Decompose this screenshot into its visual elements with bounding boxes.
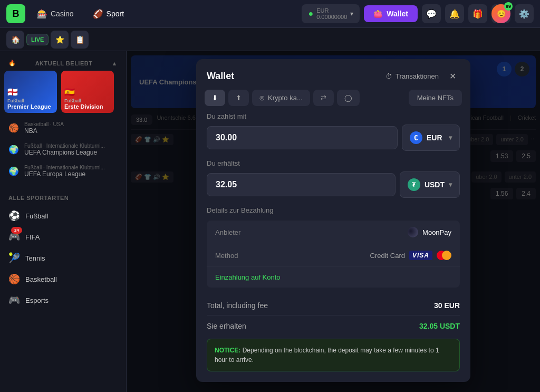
gear-button[interactable]: ⚙️ (515, 4, 534, 23)
mc-right-circle (442, 251, 451, 260)
receive-currency-select[interactable]: ₮ USDT ▾ (400, 171, 460, 198)
tab-crypto[interactable]: ◎ Krypto ka... (252, 90, 310, 106)
nft-label: Meine NFTs (417, 94, 454, 102)
all-sports-header: ALLE SPORTARTEN (0, 190, 126, 205)
konto-row[interactable]: Einzahlung auf Konto (207, 267, 460, 288)
division-flag: 🇪🇸 (64, 87, 111, 97)
avatar-btn[interactable]: 99 😊 (491, 4, 510, 23)
tab-withdraw[interactable]: ⬆ (228, 90, 249, 106)
league-item-uel[interactable]: 🌍 Fußball · Internationale Klubturni... … (0, 160, 126, 182)
eur-currency-icon: € (410, 131, 422, 144)
esports-label: Esports (25, 297, 49, 304)
sidebar-item-basketball[interactable]: 🏀 Basketball (0, 269, 126, 290)
gift-button[interactable]: 🎁 (468, 4, 487, 23)
fifa-icon: 🎮24 (8, 231, 20, 243)
home-btn[interactable]: 🏠 (6, 31, 24, 49)
hot-icon: 🔥 (8, 60, 16, 66)
all-sports-section: ALLE SPORTARTEN ⚽ Fußball 🎮24 FIFA 🎾 Ten… (0, 186, 126, 315)
pay-currency-label: EUR (427, 133, 442, 142)
modal-close-button[interactable]: ✕ (445, 69, 460, 83)
tab-nft[interactable]: Meine NFTs (409, 90, 462, 106)
sie-erhalten-row: Sie erhalten 32.05 USDT (207, 320, 460, 339)
fussball-icon: ⚽ (8, 210, 20, 222)
total-value: 30 EUR (434, 301, 460, 310)
eur-icon: ● (308, 9, 313, 18)
receive-amount-input[interactable] (207, 173, 396, 196)
crypto-icon: ◎ (259, 94, 265, 101)
gift-icon: 🎁 (472, 9, 483, 19)
usdt-currency-icon: ₮ (408, 178, 420, 191)
modal-title: Wallet (207, 71, 234, 82)
basketball-icon: 🏀 (8, 273, 20, 285)
method-row: Method Credit Card VISA (207, 244, 460, 267)
league-item-ucl[interactable]: 🌍 Fußball · Internationale Klubturni... … (0, 139, 126, 160)
history-btn[interactable]: 📋 (71, 31, 89, 49)
receive-currency-label: USDT (425, 180, 445, 189)
tennis-label: Tennis (25, 254, 45, 262)
pay-currency-select[interactable]: € EUR ▾ (402, 125, 460, 151)
sport-cards-container: 🏴󠁧󠁢󠁥󠁮󠁧󠁿 Fußball Premier League 🇪🇸 Fußbal… (0, 71, 126, 117)
casino-nav-btn[interactable]: 🎰 Casino (30, 5, 81, 23)
eur-chevron-icon: ▾ (350, 10, 353, 17)
sport-label: Sport (107, 9, 124, 18)
wallet-icon: 👛 (373, 9, 382, 18)
all-sports-label: ALLE SPORTARTEN (8, 195, 69, 201)
notification-badge: 99 (504, 2, 513, 11)
withdraw-icon: ⬆ (236, 94, 242, 102)
favorites-btn[interactable]: ⭐ (51, 31, 69, 49)
casino-label: Casino (51, 9, 74, 18)
premier-main-label: Premier League (7, 103, 54, 110)
sie-erhalten-value: 32.05 USDT (419, 322, 460, 330)
sie-erhalten-label: Sie erhalten (207, 322, 246, 330)
league-item-nba[interactable]: 🏀 Basketball · USA NBA (0, 117, 126, 139)
transfer-icon: ⇄ (321, 94, 326, 102)
tab-transfer[interactable]: ⇄ (313, 90, 334, 106)
basketball-league-icon: 🏀 (8, 123, 19, 133)
sport-nav-btn[interactable]: 🏈 Sport (85, 5, 131, 23)
provider-row: Anbieter MoonPay (207, 221, 460, 244)
sidebar-item-esports[interactable]: 🎮 Esports (0, 290, 126, 311)
notice-bold: NOTICE: (215, 347, 240, 354)
division-top-label: Fußball (64, 98, 111, 103)
sidebar-item-fifa[interactable]: 🎮24 FIFA (0, 226, 126, 247)
league-name-nba: NBA (24, 127, 64, 135)
crypto-label: Krypto ka... (268, 94, 303, 102)
sport-icon: 🏈 (93, 9, 103, 19)
notice-text: Depending on the blockchain, the deposit… (215, 347, 439, 364)
gear-icon: ⚙️ (519, 9, 529, 19)
sport-card-division[interactable]: 🇪🇸 Fußball Erste Division (61, 71, 114, 113)
sidebar-item-fussball[interactable]: ⚽ Fußball (0, 205, 126, 226)
history-icon: 📋 (75, 35, 84, 44)
sidebar-item-tennis[interactable]: 🎾 Tennis (0, 247, 126, 269)
moonpay-dot-icon (408, 227, 418, 237)
top-navigation: B 🎰 Casino 🏈 Sport ● EUR 0.00000000 ▾ 👛 … (0, 0, 540, 28)
pay-amount-input[interactable] (207, 126, 398, 149)
bell-icon: 🔔 (449, 9, 460, 19)
league-top-uel: Fußball · Internationale Klubturni... (24, 165, 105, 170)
sport-card-premier[interactable]: 🏴󠁧󠁢󠁥󠁮󠁧󠁿 Fußball Premier League (4, 71, 57, 113)
casino-icon: 🎰 (37, 9, 47, 19)
receive-label: Du erhältst (207, 159, 460, 167)
live-badge[interactable]: LIVE (26, 34, 49, 45)
modal-body: Du zahlst mit € EUR ▾ Du erhältst ₮ USDT (196, 112, 470, 382)
chat-icon: 💬 (426, 9, 437, 19)
esports-icon: 🎮 (8, 294, 20, 306)
trending-section: 🔥 AKTUELL BELIEBT ▲ 🏴󠁧󠁢󠁥󠁮󠁧󠁿 Fußball Prem… (0, 51, 126, 186)
ucl-league-icon: 🌍 (8, 145, 19, 155)
tab-settings[interactable]: ◯ (337, 90, 360, 106)
wallet-button[interactable]: 👛 Wallet (364, 5, 418, 22)
fifa-label: FIFA (25, 233, 40, 241)
eur-currency-label: EUR (316, 7, 347, 14)
chat-button[interactable]: 💬 (422, 4, 441, 23)
konto-label[interactable]: Einzahlung auf Konto (215, 273, 281, 281)
bell-button[interactable]: 🔔 (445, 4, 464, 23)
logo[interactable]: B (6, 4, 25, 23)
tab-deposit[interactable]: ⬇ (205, 90, 225, 106)
league-name-uel: UEFA Europa League (24, 170, 105, 178)
eur-widget[interactable]: ● EUR 0.00000000 ▾ (302, 4, 360, 23)
main-area: 🔥 AKTUELL BELIEBT ▲ 🏴󠁧󠁢󠁥󠁮󠁧󠁿 Fußball Prem… (0, 51, 540, 392)
provider-value: MoonPay (408, 227, 451, 237)
total-row: Total, including fee 30 EUR (207, 296, 460, 315)
league-name-ucl: UEFA Champions League (24, 149, 105, 156)
transactions-link[interactable]: ⏱ Transaktionen (385, 72, 439, 80)
